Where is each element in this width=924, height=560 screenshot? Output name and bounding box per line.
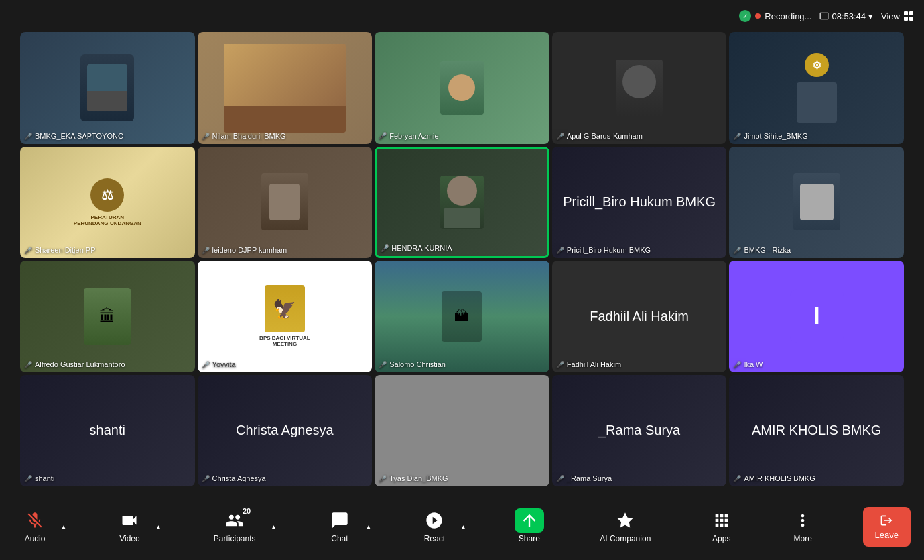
companion-button[interactable]: AI Companion	[589, 504, 661, 549]
video-tile-rama: _Rama Surya _Rama Surya	[552, 375, 727, 487]
companion-label: AI Companion	[600, 534, 651, 543]
tile-name-yovvita: Yovvita	[202, 360, 236, 368]
time-caret[interactable]: ▾	[868, 11, 873, 21]
participants-caret[interactable]: ▲	[267, 516, 280, 537]
audio-button[interactable]: Audio	[13, 504, 56, 549]
apps-svg	[712, 511, 731, 530]
video-tile-yovvita: 🦅 BPS BAGI VIRTUALMEETING Yovvita	[198, 261, 373, 372]
view-label: View	[881, 11, 900, 21]
rama-display-name: _Rama Surya	[598, 423, 680, 438]
time-display: 08:53:44 ▾	[819, 11, 873, 21]
tile-name-rizka: BMKG - Rizka	[733, 246, 791, 254]
grid-icon	[904, 11, 913, 21]
mute-icon	[733, 474, 741, 482]
audio-caret[interactable]: ▲	[56, 516, 70, 537]
share-group: Share	[508, 504, 551, 549]
mute-icon	[379, 360, 387, 368]
chat-button[interactable]: Chat	[318, 504, 361, 549]
share-container	[515, 508, 544, 533]
share-svg	[520, 511, 539, 530]
toolbar: Audio ▲ Video ▲ 20 Participants ▲	[0, 493, 924, 560]
react-caret[interactable]: ▲	[456, 516, 469, 537]
video-tile-amir: AMIR KHOLIS BMKG AMIR KHOLIS BMKG	[729, 375, 904, 487]
video-tile-apul: Apul G Barus-Kumham	[552, 32, 727, 144]
tile-name-amir: AMIR KHOLIS BMKG	[733, 474, 815, 482]
video-tile-hendra: 🎤 HENDRA KURNIA	[375, 147, 549, 259]
video-tile-salomo: 🏔 Salomo Christian	[375, 261, 549, 372]
apps-icon	[711, 510, 732, 531]
unmuted-icon: 🎤	[379, 132, 387, 139]
mute-icon	[24, 132, 32, 140]
audio-icon	[24, 510, 46, 531]
pricill-display-name: Pricill_Biro Hukum BMKG	[563, 194, 716, 210]
leave-label: Leave	[875, 530, 899, 540]
mute-icon	[556, 132, 564, 140]
video-caret[interactable]: ▲	[151, 516, 164, 537]
participants-count: 20	[243, 507, 251, 515]
view-button[interactable]: View	[881, 11, 913, 21]
mute-icon	[556, 474, 564, 482]
shanti-display-name: shanti	[90, 423, 125, 438]
share-button[interactable]: Share	[508, 504, 551, 549]
react-svg	[425, 511, 444, 530]
participants-button[interactable]: 20 Participants	[203, 504, 267, 549]
tile-name-salomo: Salomo Christian	[379, 360, 446, 368]
mute-icon	[379, 474, 387, 482]
recording-dot	[755, 13, 761, 19]
react-button[interactable]: React	[413, 504, 456, 549]
fadhiil-display-name: Fadhiil Ali Hakim	[590, 309, 689, 324]
more-button[interactable]: More	[781, 504, 824, 549]
audio-group: Audio ▲	[13, 504, 70, 549]
mute-icon	[202, 360, 210, 368]
video-tile-febryan: 🎤 Febryan Azmie	[375, 32, 549, 144]
christa-display-name: Christa Agnesya	[236, 423, 334, 438]
top-bar: ✓ Recording... 08:53:44 ▾ View	[0, 0, 924, 32]
video-tile-shanti: shanti shanti	[20, 375, 195, 487]
video-group: Video ▲	[108, 504, 164, 549]
chat-caret[interactable]: ▲	[361, 516, 375, 537]
leave-button[interactable]: Leave	[863, 507, 911, 547]
apps-label: Apps	[712, 534, 730, 543]
tile-name-nilam: Nilam Bhaiduri, BMKG	[202, 132, 286, 140]
video-tile-rizka: BMKG - Rizka	[729, 147, 904, 259]
video-tile-tyas: Tyas Dian_BMKG	[375, 375, 549, 487]
apps-button[interactable]: Apps	[700, 504, 743, 549]
video-button[interactable]: Video	[108, 504, 151, 549]
video-grid: BMKG_EKA SAPTOYONO Nilam Bhaiduri, BMKG …	[20, 32, 904, 486]
participants-group: 20 Participants ▲	[203, 504, 280, 549]
participants-icon: 20	[224, 510, 245, 531]
recording-badge: ✓ Recording...	[739, 10, 811, 22]
chat-label: Chat	[331, 534, 348, 543]
companion-icon	[614, 510, 636, 531]
tile-name-jimot: Jimot Sihite_BMKG	[733, 132, 807, 140]
more-svg	[793, 511, 812, 530]
amir-display-name: AMIR KHOLIS BMKG	[752, 423, 881, 438]
tile-name-fadhiil: Fadhiil Ali Hakim	[556, 360, 621, 368]
mute-icon	[733, 132, 741, 140]
chat-icon	[329, 510, 350, 531]
mute-icon	[733, 360, 741, 368]
tile-name-shanti: shanti	[24, 474, 54, 482]
share-label: Share	[519, 534, 540, 543]
apps-group: Apps	[700, 504, 743, 549]
tile-name-febryan: 🎤 Febryan Azmie	[379, 132, 438, 140]
react-group: React ▲	[413, 504, 469, 549]
mic-off-svg	[25, 511, 44, 530]
chat-svg	[330, 511, 349, 530]
tile-name-pricill: Pricill_Biro Hukum BMKG	[556, 246, 651, 254]
mute-icon	[556, 360, 564, 368]
tile-name-shareen: Shareen Ditjen PP	[24, 246, 96, 254]
tile-name-ika: Ika W	[733, 360, 763, 368]
tile-name-christa: Christa Agnesya	[202, 474, 266, 482]
gorge-bg: 🏔	[375, 261, 549, 372]
leave-icon	[880, 514, 893, 527]
video-tile-fadhiil: Fadhiil Ali Hakim Fadhiil Ali Hakim	[552, 261, 727, 372]
mute-icon	[733, 246, 741, 254]
more-icon	[792, 510, 813, 531]
mute-icon	[202, 246, 210, 254]
video-label: Video	[119, 534, 139, 543]
react-icon	[423, 510, 445, 531]
recording-label: Recording...	[765, 11, 811, 21]
video-tile-bmkg-eka: BMKG_EKA SAPTOYONO	[20, 32, 195, 144]
react-label: React	[424, 534, 445, 543]
